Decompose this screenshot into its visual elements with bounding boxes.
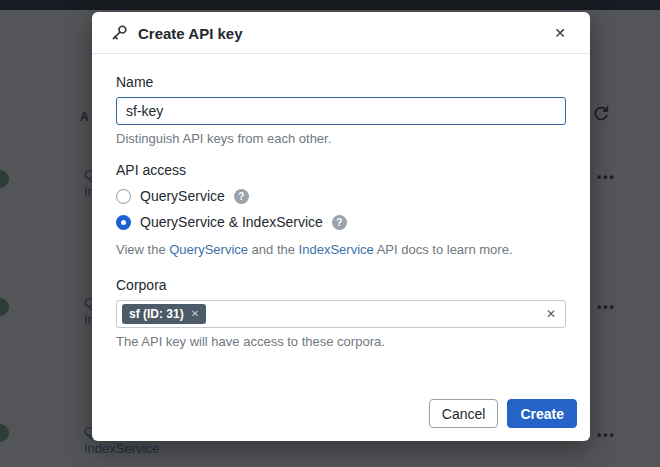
modal-body: Name Distinguish API keys from each othe… [92, 54, 590, 399]
name-label: Name [116, 74, 566, 90]
modal-footer: Cancel Create [92, 399, 590, 441]
radio-option-label: QueryService & IndexService [140, 214, 323, 230]
corpus-tag[interactable]: sf (ID: 31) ✕ [122, 304, 206, 324]
radio-option-queryservice[interactable]: QueryService ? [116, 188, 566, 204]
corpora-helper: The API key will have access to these co… [116, 334, 566, 349]
screen: A QueryService & IndexService ••• QueryS… [0, 0, 660, 467]
name-input[interactable] [116, 97, 566, 125]
help-icon[interactable]: ? [234, 189, 249, 204]
corpora-label: Corpora [116, 277, 566, 293]
remove-corpus-icon[interactable]: ✕ [191, 308, 199, 320]
create-api-key-modal: Create API key ✕ Name Distinguish API ke… [92, 12, 590, 441]
radio-option-label: QueryService [140, 188, 225, 204]
radio-selected[interactable] [116, 215, 131, 230]
key-icon [110, 24, 128, 42]
queryservice-docs-link[interactable]: QueryService [169, 242, 248, 257]
api-access-helper: View the QueryService and the IndexServi… [116, 242, 566, 257]
close-icon[interactable]: ✕ [550, 24, 570, 42]
helper-text: API docs to learn more. [374, 242, 513, 257]
modal-header: Create API key ✕ [92, 12, 590, 54]
api-access-section: API access QueryService ? QueryService &… [116, 162, 566, 257]
api-access-label: API access [116, 162, 566, 178]
helper-text: View the [116, 242, 169, 257]
clear-corpora-icon[interactable]: ✕ [546, 307, 556, 321]
corpus-tag-label: sf (ID: 31) [129, 307, 184, 321]
indexservice-docs-link[interactable]: IndexService [299, 242, 374, 257]
radio-unselected[interactable] [116, 189, 131, 204]
corpora-section: Corpora sf (ID: 31) ✕ ✕ The API key will… [116, 277, 566, 349]
modal-title: Create API key [138, 25, 540, 42]
cancel-button[interactable]: Cancel [429, 399, 499, 428]
help-icon[interactable]: ? [332, 215, 347, 230]
name-section: Name Distinguish API keys from each othe… [116, 74, 566, 146]
corpora-input[interactable]: sf (ID: 31) ✕ ✕ [116, 300, 566, 328]
radio-option-query-and-index[interactable]: QueryService & IndexService ? [116, 214, 566, 230]
create-button[interactable]: Create [507, 399, 577, 428]
helper-text: and the [248, 242, 299, 257]
name-helper: Distinguish API keys from each other. [116, 131, 566, 146]
